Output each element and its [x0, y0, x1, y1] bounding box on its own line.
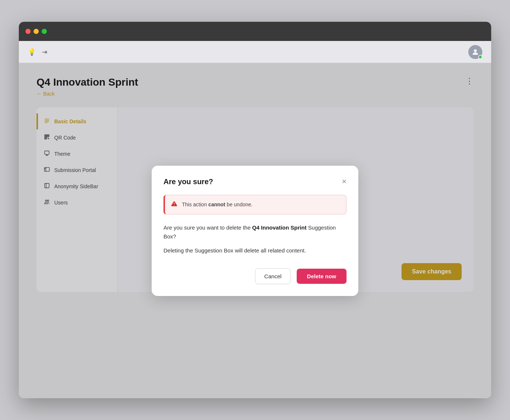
- topbar-right: [468, 45, 482, 59]
- delete-now-button[interactable]: Delete now: [297, 269, 347, 284]
- modal-overlay: Are you sure? × This: [19, 63, 491, 398]
- modal-close-button[interactable]: ×: [342, 178, 347, 186]
- warning-banner: This action cannot be undone.: [163, 195, 347, 214]
- main-area: Q4 Innovation Sprint ← Back ⋮ Basic Deta…: [19, 63, 491, 398]
- modal-confirm-text: Are you sure you want to delete the Q4 I…: [163, 223, 347, 241]
- warning-text-bold: cannot: [209, 202, 225, 207]
- cancel-button[interactable]: Cancel: [255, 268, 291, 284]
- traffic-lights: [25, 29, 47, 34]
- bulb-icon[interactable]: 💡: [28, 48, 36, 56]
- titlebar: [19, 22, 491, 41]
- minimize-button[interactable]: [34, 29, 39, 34]
- maximize-button[interactable]: [42, 29, 47, 34]
- modal-header: Are you sure? ×: [163, 178, 347, 186]
- expand-icon[interactable]: ⇥: [42, 48, 47, 56]
- topbar: 💡 ⇥: [19, 41, 491, 63]
- app-content: 💡 ⇥ Q4 Innovation Sprint ← Back: [19, 41, 491, 398]
- warning-text: This action cannot be undone.: [182, 202, 252, 207]
- topbar-left: 💡 ⇥: [28, 48, 47, 56]
- modal-info-text: Deleting the Suggestion Box will delete …: [163, 246, 347, 255]
- confirmation-modal: Are you sure? × This: [152, 166, 358, 296]
- modal-highlight-name: Q4 Innovation Sprint: [252, 224, 307, 231]
- warning-icon: [171, 200, 178, 209]
- avatar-online-dot: [478, 55, 482, 59]
- modal-title: Are you sure?: [163, 178, 213, 186]
- close-button[interactable]: [25, 29, 31, 34]
- modal-footer: Cancel Delete now: [163, 268, 347, 284]
- app-window: 💡 ⇥ Q4 Innovation Sprint ← Back: [19, 22, 491, 398]
- svg-point-0: [474, 49, 476, 52]
